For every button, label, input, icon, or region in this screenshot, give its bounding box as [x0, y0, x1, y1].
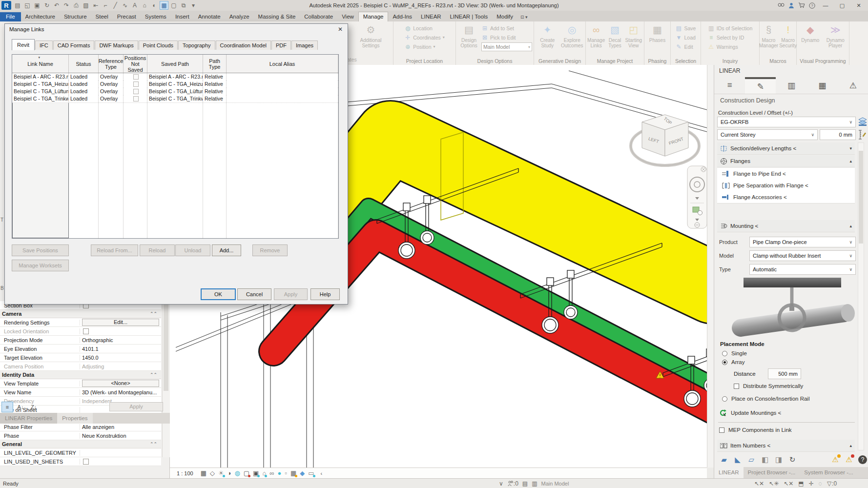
dialog-tab-cad-formats[interactable]: CAD Formats [53, 41, 95, 50]
column-header-local-alias[interactable]: Local Alias [227, 55, 338, 73]
palette-tab-properties[interactable]: Properties [57, 413, 92, 424]
positions-not-saved-checkbox[interactable] [133, 96, 139, 102]
mep-components-option[interactable]: MEP Components in Link [719, 427, 792, 433]
new-document-icon[interactable]: ▤ [13, 1, 22, 10]
ribbon-tab-analyze[interactable]: Analyze [225, 12, 254, 21]
section-header-camera[interactable]: Camera⌃⌃ [0, 310, 161, 318]
column-header-path-type[interactable]: Path Type [203, 55, 227, 73]
temporary-hide-icon[interactable]: ● [278, 469, 282, 477]
dialog-close-icon[interactable]: ✕ [335, 25, 346, 34]
column-header-link-name[interactable]: Link Name▾ [12, 55, 69, 73]
close-button[interactable]: ✕ [852, 2, 865, 9]
open-file-icon[interactable]: ◱ [23, 1, 32, 10]
ribbon-tab-manage[interactable]: Manage [358, 12, 389, 21]
refresh-part-icon[interactable]: ↻ [786, 454, 798, 466]
links-table[interactable]: Link Name▾StatusReference TypePositions … [12, 54, 339, 239]
ribbon-display-toggle[interactable]: ⊡ ▾ [517, 13, 531, 21]
ribbon-tab-steel[interactable]: Steel [91, 12, 113, 21]
warning-icon[interactable]: ⚠ [838, 77, 868, 94]
update-mountings-button[interactable]: Update Mountings < [719, 409, 781, 416]
apply-button[interactable]: Apply [274, 288, 308, 300]
edit-icon[interactable]: ✎ [745, 77, 776, 94]
column-header-positions-not-saved[interactable]: Positions Not Saved [124, 55, 147, 73]
dialog-tab-point-clouds[interactable]: Point Clouds [139, 41, 178, 50]
crop-view-icon[interactable]: ▢ [244, 469, 249, 477]
property-button[interactable]: <None> [82, 380, 159, 387]
product-select[interactable]: Pipe Clamp One-piece∨ [749, 237, 856, 247]
select-by-id-button[interactable]: ≡Select by ID [708, 33, 753, 41]
browser-tab-project-browser-[interactable]: Project Browser -... [744, 467, 800, 478]
model-select[interactable]: Clamp without Rubber Insert∨ [749, 250, 856, 261]
macro-security-button[interactable]: !Macro Security [779, 22, 797, 48]
viewcube[interactable]: TOP LEFT FRONT [631, 115, 699, 165]
dialog-tab-images[interactable]: Images [291, 41, 318, 50]
positions-not-saved-checkbox[interactable] [133, 81, 139, 87]
sync-with-central-icon[interactable]: ↻ [42, 1, 51, 10]
sort-descending-button[interactable]: Z↓ [28, 402, 40, 412]
ribbon-tab-systems[interactable]: Systems [141, 12, 171, 21]
tool-flange-to-pipe-end-[interactable]: Flange to Pipe End < [717, 168, 855, 180]
sort-default-button[interactable]: ≡ [1, 402, 13, 412]
ribbon-tab-massing-site[interactable]: Massing & Site [254, 12, 300, 21]
help-icon[interactable]: ? [857, 454, 868, 466]
worksets-status[interactable]: ∨ :0 ▤ ▥ Main Model [499, 480, 569, 487]
tool-pipe-separation-with-flange-[interactable]: Pipe Separation with Flange < [717, 180, 855, 191]
dynamo-player-button[interactable]: ≫Dynamo Player [824, 22, 848, 48]
section-icon[interactable]: ╱ [111, 1, 120, 10]
design-options-button[interactable]: ▤Design Options [457, 22, 480, 48]
delete-mounting-icon[interactable]: ◨ [773, 454, 785, 466]
tool-section-delivery-lengths-[interactable]: Section/delivery Lengths <▾ [717, 142, 855, 155]
distribute-symmetrically-option[interactable]: Distribute Symmetrically [734, 383, 803, 389]
search-icon[interactable] [778, 2, 785, 8]
tool-mounting[interactable]: Mounting <▴ [717, 220, 855, 232]
column-header-status[interactable]: Status [69, 55, 99, 73]
text-icon[interactable]: A [130, 1, 139, 10]
property-value[interactable]: Neue Konstruktion [80, 433, 161, 439]
additional-settings-button[interactable]: ⚙Additional Settings [353, 22, 389, 48]
add-button[interactable]: Add... [212, 244, 241, 256]
ribbon-tab-annotate[interactable]: Annotate [194, 12, 225, 21]
render-icon[interactable]: ◍ [234, 469, 240, 477]
tool-flanges[interactable]: Flanges▴ [717, 155, 855, 167]
link-row[interactable]: Beispiel A - ARC - R23.rvtLoadedOverlayB… [12, 73, 338, 81]
ribbon-tab-collaborate[interactable]: Collaborate [300, 12, 337, 21]
constraints-icon[interactable]: ▭ [308, 469, 314, 477]
dialog-tab-dwf-markups[interactable]: DWF Markups [95, 41, 138, 50]
coordinates-button[interactable]: ✛Coordinates▾ [404, 33, 445, 41]
add-to-set-button[interactable]: ⊞Add to Set [481, 24, 532, 32]
measure-offset-icon[interactable] [858, 129, 867, 141]
tool-flange-accessories-[interactable]: Flange Accessories < [717, 191, 855, 203]
undo-icon[interactable]: ↶ [52, 1, 61, 10]
property-checkbox[interactable] [83, 459, 89, 465]
selection-toggles[interactable]: ↖✕ ↖✳ ↖✕ ⬒ ✛ ◌ ▽:0 [754, 480, 837, 487]
dialog-tab-pdf[interactable]: PDF [271, 41, 291, 50]
distance-input[interactable]: 500 mm [768, 368, 801, 379]
crop-region-icon[interactable]: ▣ [253, 469, 259, 477]
sort-ascending-button[interactable]: A↓ [15, 402, 26, 412]
ribbon-tab-view[interactable]: View [337, 12, 358, 21]
navigation-bar[interactable] [687, 166, 707, 228]
location-button[interactable]: ◍Location [404, 24, 445, 32]
revit-logo-icon[interactable]: R [1, 1, 11, 10]
ribbon-tab-structure[interactable]: Structure [60, 12, 91, 21]
save-icon[interactable]: ▣ [33, 1, 41, 10]
cancel-button[interactable]: Cancel [237, 288, 271, 300]
close-inactive-windows-icon[interactable]: ▢ [169, 1, 178, 10]
place-console-icon[interactable]: ◣ [732, 454, 744, 466]
measure-icon[interactable]: ⌐ [101, 1, 110, 10]
customize-qat-icon[interactable]: ▾ [189, 1, 198, 10]
link-row[interactable]: Beispiel C - TGA_TrinkwassLoadedOverlayB… [12, 95, 338, 103]
link-row[interactable]: Beispiel C - TGA_Lüftung -LoadedOverlayB… [12, 88, 338, 96]
link-row[interactable]: Beispiel C - TGA_Heizung -LoadedOverlayB… [12, 81, 338, 88]
browser-tab-linear[interactable]: LINEAR [714, 467, 744, 478]
dialog-tab-revit[interactable]: Revit [12, 39, 35, 50]
viewport-scrollbar[interactable] [707, 65, 714, 468]
reload-button[interactable]: Reload [140, 244, 175, 256]
home-view-icon[interactable]: ⌂ [140, 1, 149, 10]
render-icon[interactable]: ◐ [150, 1, 159, 10]
worksharing-display-icon[interactable]: ▫ [285, 469, 287, 477]
place-on-console-option[interactable]: Place on Console/Insertion Rail [722, 396, 809, 402]
visual-style-icon[interactable]: ◇ [210, 469, 215, 477]
column-header-reference-type[interactable]: Reference Type [99, 55, 124, 73]
linear-scrollbar[interactable] [858, 142, 864, 450]
